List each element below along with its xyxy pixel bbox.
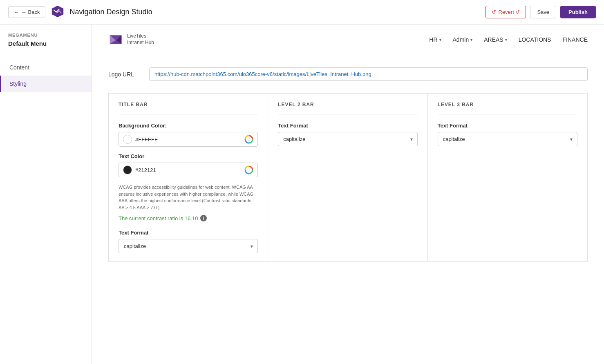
preview-nav-finance[interactable]: FINANCE	[563, 36, 588, 43]
publish-label: Publish	[568, 9, 588, 15]
back-label: ← Back	[21, 9, 40, 15]
preview-nav-finance-label: FINANCE	[563, 36, 588, 43]
sidebar-nav: Content Styling	[0, 59, 92, 92]
top-header: ← ← Back Navigation Design Studio ↺ Reve…	[0, 0, 604, 25]
content-area: LiveTiles Intranet Hub HR ▾ Admin ▾ AREA…	[92, 25, 604, 364]
preview-nav-hr-label: HR	[429, 36, 437, 43]
text-format-select-level2[interactable]: capitalize uppercase lowercase none	[278, 132, 417, 146]
contrast-ratio: The current contrast ratio is 16.10 i	[119, 215, 258, 221]
back-button[interactable]: ← ← Back	[8, 6, 45, 18]
wcag-text: WCAG provides accessibility guidelines f…	[119, 184, 258, 211]
level2-bar-header: LEVEL 2 BAR	[278, 102, 417, 114]
text-color-picker-icon[interactable]	[244, 165, 253, 174]
sidebar-item-styling-label: Styling	[9, 80, 27, 87]
app-title: Navigation Design Studio	[70, 8, 152, 16]
preview-nav-areas[interactable]: AREAS ▾	[484, 36, 507, 43]
columns-row: TITLE BAR Background Color: #FFFFFF	[108, 93, 588, 262]
sidebar-item-content-label: Content	[9, 64, 29, 71]
text-format-label-title: Text Format	[119, 230, 258, 236]
preview-nav-locations-label: LOCATIONS	[519, 36, 551, 43]
preview-logo-line1: LiveTiles	[127, 33, 154, 40]
preview-nav-admin[interactable]: Admin ▾	[453, 36, 473, 43]
chevron-down-icon: ▾	[505, 38, 507, 42]
bg-color-circle	[123, 135, 132, 144]
text-format-select-wrapper-level3: capitalize uppercase lowercase none ▾	[438, 132, 577, 146]
preview-logo-line2: Intranet Hub	[127, 40, 154, 46]
chevron-down-icon: ▾	[439, 38, 441, 42]
sidebar: MEGAMENU Default Menu Content Styling	[0, 25, 92, 364]
color-picker-icon[interactable]	[244, 135, 253, 144]
logo-url-row: Logo URL	[108, 67, 588, 81]
form-area: Logo URL TITLE BAR Background Color: #FF…	[92, 55, 604, 274]
preview-nav-hr[interactable]: HR ▾	[429, 36, 441, 43]
text-format-label-level2: Text Format	[278, 123, 417, 129]
preview-nav-locations[interactable]: LOCATIONS	[519, 36, 551, 43]
text-color-circle	[123, 165, 132, 174]
level3-bar-column: LEVEL 3 BAR Text Format capitalize upper…	[428, 94, 587, 261]
text-color-value: #212121	[135, 167, 241, 173]
text-color-input-row[interactable]: #212121	[119, 163, 258, 177]
text-format-select-title[interactable]: capitalize uppercase lowercase none	[119, 239, 258, 253]
preview-nav-admin-label: Admin	[453, 36, 469, 43]
level2-bar-column: LEVEL 2 BAR Text Format capitalize upper…	[268, 94, 427, 261]
contrast-ratio-text: The current contrast ratio is 16.10	[119, 215, 198, 221]
back-arrow-icon: ←	[13, 9, 19, 15]
preview-logo: LiveTiles Intranet Hub	[108, 32, 154, 47]
preview-logo-text: LiveTiles Intranet Hub	[127, 33, 154, 46]
title-bar-header: TITLE BAR	[119, 102, 258, 114]
text-format-select-wrapper-level2: capitalize uppercase lowercase none ▾	[278, 132, 417, 146]
text-format-select-wrapper-title: capitalize uppercase lowercase none ▾	[119, 239, 258, 253]
logo-url-input[interactable]	[149, 67, 588, 81]
bg-color-input-row[interactable]: #FFFFFF	[119, 132, 258, 147]
text-format-select-level3[interactable]: capitalize uppercase lowercase none	[438, 132, 577, 146]
save-label: Save	[537, 9, 549, 15]
logo-url-label: Logo URL	[108, 71, 141, 78]
sidebar-item-styling[interactable]: Styling	[0, 76, 92, 92]
chevron-down-icon: ▾	[470, 38, 472, 42]
svg-point-8	[248, 169, 250, 171]
publish-button[interactable]: Publish	[560, 6, 596, 18]
svg-marker-0	[51, 6, 63, 17]
header-right: ↺ Revert ↺ Save Publish	[485, 6, 596, 18]
sidebar-menu-title: Default Menu	[0, 40, 92, 55]
text-format-label-level3: Text Format	[438, 123, 577, 129]
header-left: ← ← Back Navigation Design Studio	[8, 5, 152, 19]
preview-nav: HR ▾ Admin ▾ AREAS ▾ LOCATIONS FINANCE	[429, 36, 588, 43]
app-logo-icon	[51, 5, 64, 19]
title-bar-column: TITLE BAR Background Color: #FFFFFF	[109, 94, 268, 261]
svg-point-6	[248, 138, 250, 141]
info-icon[interactable]: i	[200, 215, 207, 221]
level3-bar-header: LEVEL 3 BAR	[438, 102, 577, 114]
preview-bar: LiveTiles Intranet Hub HR ▾ Admin ▾ AREA…	[92, 25, 604, 55]
save-button[interactable]: Save	[530, 6, 556, 18]
preview-logo-icon	[108, 32, 123, 47]
revert-button[interactable]: ↺ Revert ↺	[485, 6, 526, 18]
main-layout: MEGAMENU Default Menu Content Styling	[0, 25, 604, 364]
text-color-label: Text Color	[119, 153, 258, 159]
bg-color-value: #FFFFFF	[135, 136, 241, 143]
revert-icon: ↺	[492, 9, 496, 15]
sidebar-item-content[interactable]: Content	[0, 59, 92, 76]
bg-color-label: Background Color:	[119, 123, 258, 129]
revert-label: Revert ↺	[499, 9, 520, 15]
preview-nav-areas-label: AREAS	[484, 36, 503, 43]
sidebar-section-label: MEGAMENU	[0, 33, 92, 40]
